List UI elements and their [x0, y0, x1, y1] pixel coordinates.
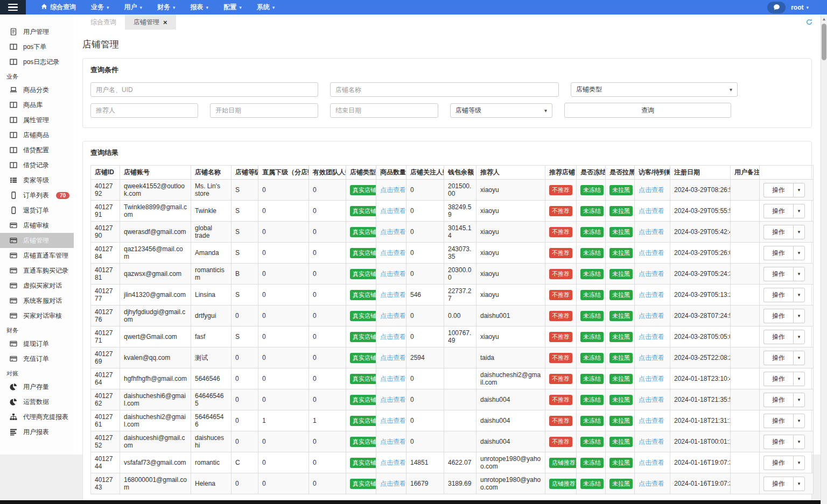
recommend-badge[interactable]: 不推荐 — [549, 185, 572, 195]
frozen-badge[interactable]: 未冻结 — [580, 269, 604, 279]
frozen-badge[interactable]: 未冻结 — [580, 332, 604, 342]
sidebar-item-借贷配置[interactable]: 借贷配置 — [0, 143, 74, 158]
sidebar-item-pos下单[interactable]: pos下单 — [0, 39, 74, 54]
goods-view-link[interactable]: 点击查看 — [380, 333, 406, 340]
visitors-view-link[interactable]: 点击查看 — [639, 291, 664, 299]
goods-view-link[interactable]: 点击查看 — [380, 249, 406, 257]
sidebar-item-pos日志记录[interactable]: pos日志记录 — [0, 54, 74, 69]
goods-view-link[interactable]: 点击查看 — [380, 354, 406, 361]
sidebar-item-退货订单[interactable]: 退货订单 — [0, 203, 74, 218]
visitors-view-link[interactable]: 点击查看 — [639, 354, 664, 361]
tab-综合查询[interactable]: 综合查询 — [82, 15, 125, 30]
recommend-badge[interactable]: 不推荐 — [549, 269, 572, 279]
frozen-badge[interactable]: 未冻结 — [580, 437, 604, 447]
sidebar-item-订单列表[interactable]: 订单列表70 — [0, 188, 74, 203]
sidebar-item-用户报表[interactable]: 用户报表 — [0, 424, 74, 439]
tab-店铺管理[interactable]: 店铺管理× — [125, 15, 176, 30]
recommend-badge[interactable]: 不推荐 — [549, 416, 572, 426]
referrer-input[interactable] — [90, 103, 198, 118]
refresh-icon[interactable] — [805, 18, 813, 28]
nav-item-配置[interactable]: 配置▾ — [216, 0, 249, 15]
sidebar-item-店铺管理[interactable]: 店铺管理 — [0, 233, 74, 248]
action-button[interactable]: 操作 — [763, 183, 793, 197]
blacklist-badge[interactable]: 未拉黑 — [609, 269, 633, 279]
search-button[interactable]: 查询 — [564, 103, 731, 118]
blacklist-badge[interactable]: 未拉黑 — [609, 185, 633, 195]
scroll-up-arrow-icon[interactable]: ▲ — [821, 15, 827, 22]
action-caret-button[interactable]: ▾ — [793, 456, 805, 470]
hamburger-menu-icon[interactable] — [0, 0, 26, 15]
sidebar-item-店铺商品[interactable]: 店铺商品 — [0, 127, 74, 143]
action-button[interactable]: 操作 — [763, 435, 793, 449]
action-button[interactable]: 操作 — [763, 309, 793, 323]
sidebar-item-充值订单[interactable]: 充值订单 — [0, 351, 74, 366]
frozen-badge[interactable]: 未冻结 — [580, 248, 604, 258]
start-date-input[interactable] — [210, 103, 318, 118]
sidebar-item-运营数据[interactable]: 运营数据 — [0, 394, 74, 409]
action-button[interactable]: 操作 — [763, 393, 793, 407]
action-caret-button[interactable]: ▾ — [793, 435, 805, 449]
close-icon[interactable]: × — [163, 19, 167, 26]
frozen-badge[interactable]: 未冻结 — [580, 374, 604, 384]
action-caret-button[interactable]: ▾ — [793, 225, 805, 239]
action-caret-button[interactable]: ▾ — [793, 183, 805, 197]
frozen-badge[interactable]: 未冻结 — [580, 206, 604, 216]
visitors-view-link[interactable]: 点击查看 — [639, 375, 664, 382]
action-caret-button[interactable]: ▾ — [793, 393, 805, 407]
sidebar-item-系统客服对话[interactable]: 系统客服对话 — [0, 293, 74, 308]
goods-view-link[interactable]: 点击查看 — [380, 396, 406, 403]
action-button[interactable]: 操作 — [763, 204, 793, 218]
action-caret-button[interactable]: ▾ — [793, 414, 805, 428]
action-caret-button[interactable]: ▾ — [793, 351, 805, 365]
username-uid-input[interactable] — [90, 82, 318, 97]
visitors-view-link[interactable]: 点击查看 — [639, 438, 664, 445]
goods-view-link[interactable]: 点击查看 — [380, 417, 406, 424]
frozen-badge[interactable]: 未冻结 — [580, 185, 604, 195]
visitors-view-link[interactable]: 点击查看 — [639, 207, 664, 215]
action-caret-button[interactable]: ▾ — [793, 267, 805, 281]
action-caret-button[interactable]: ▾ — [793, 477, 805, 491]
blacklist-badge[interactable]: 未拉黑 — [609, 227, 633, 237]
nav-item-报表[interactable]: 报表▾ — [183, 0, 216, 15]
blacklist-badge[interactable]: 未拉黑 — [609, 311, 633, 321]
blacklist-badge[interactable]: 未拉黑 — [609, 395, 633, 405]
frozen-badge[interactable]: 未冻结 — [580, 479, 604, 489]
blacklist-badge[interactable]: 未拉黑 — [609, 416, 633, 426]
action-caret-button[interactable]: ▾ — [793, 246, 805, 260]
action-button[interactable]: 操作 — [763, 456, 793, 470]
blacklist-badge[interactable]: 未拉黑 — [609, 458, 633, 468]
action-caret-button[interactable]: ▾ — [793, 309, 805, 323]
nav-item-系统[interactable]: 系统▾ — [249, 0, 283, 15]
action-button[interactable]: 操作 — [763, 372, 793, 386]
frozen-badge[interactable]: 未冻结 — [580, 290, 604, 300]
recommend-badge[interactable]: 店铺推荐 — [549, 458, 577, 468]
visitors-view-link[interactable]: 点击查看 — [639, 333, 664, 340]
blacklist-badge[interactable]: 未拉黑 — [609, 374, 633, 384]
end-date-input[interactable] — [330, 103, 438, 118]
recommend-badge[interactable]: 不推荐 — [549, 332, 572, 342]
recommend-badge[interactable]: 不推荐 — [549, 290, 572, 300]
action-button[interactable]: 操作 — [763, 351, 793, 365]
sidebar-item-直通车购买记录[interactable]: 直通车购买记录 — [0, 263, 74, 278]
goods-view-link[interactable]: 点击查看 — [380, 291, 406, 299]
sidebar-item-店铺直通车管理[interactable]: 店铺直通车管理 — [0, 248, 74, 263]
sidebar-item-借贷记录[interactable]: 借贷记录 — [0, 158, 74, 173]
visitors-view-link[interactable]: 点击查看 — [639, 270, 664, 278]
goods-view-link[interactable]: 点击查看 — [380, 186, 406, 194]
action-button[interactable]: 操作 — [763, 246, 793, 260]
sidebar-item-用户存量[interactable]: 用户存量 — [0, 379, 74, 394]
recommend-badge[interactable]: 不推荐 — [549, 374, 572, 384]
frozen-badge[interactable]: 未冻结 — [580, 353, 604, 363]
action-caret-button[interactable]: ▾ — [793, 204, 805, 218]
blacklist-badge[interactable]: 未拉黑 — [609, 290, 633, 300]
goods-view-link[interactable]: 点击查看 — [380, 438, 406, 445]
blacklist-badge[interactable]: 未拉黑 — [609, 479, 633, 489]
blacklist-badge[interactable]: 未拉黑 — [609, 437, 633, 447]
visitors-view-link[interactable]: 点击查看 — [639, 186, 664, 194]
frozen-badge[interactable]: 未冻结 — [580, 458, 604, 468]
action-button[interactable]: 操作 — [763, 330, 793, 344]
action-button[interactable]: 操作 — [763, 477, 793, 491]
action-caret-button[interactable]: ▾ — [793, 372, 805, 386]
action-button[interactable]: 操作 — [763, 225, 793, 239]
sidebar-item-虚拟买家对话[interactable]: 虚拟买家对话 — [0, 278, 74, 293]
